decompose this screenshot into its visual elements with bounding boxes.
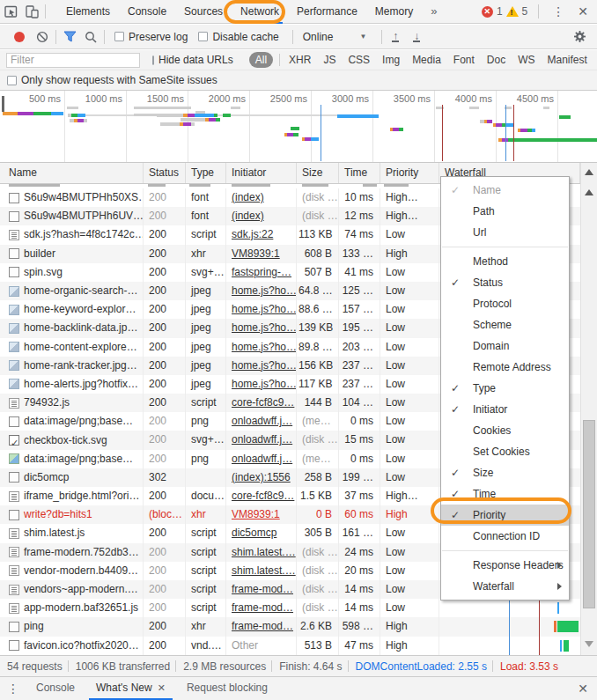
request-name-cell[interactable]: home-organic-search-…: [0, 282, 144, 300]
hide-data-urls-checkbox[interactable]: [152, 55, 154, 65]
table-scrollbar[interactable]: [580, 163, 597, 655]
import-har-icon[interactable]: ↑: [392, 32, 399, 42]
settings-gear-icon[interactable]: [569, 26, 590, 48]
filter-input[interactable]: [6, 53, 140, 68]
column-header-size[interactable]: Size: [297, 163, 339, 183]
request-name-cell[interactable]: checkbox-tick.svg: [0, 431, 144, 449]
menu-item-status[interactable]: ✓Status: [441, 272, 569, 293]
request-name-cell[interactable]: builder: [0, 245, 144, 263]
request-name-cell[interactable]: vendors~app-modern.…: [0, 580, 144, 599]
initiator-link[interactable]: home.js?ho…: [232, 303, 297, 315]
devtools-close-icon[interactable]: ✕: [574, 4, 597, 18]
request-name-cell[interactable]: iframe_bridge.html?ori…: [0, 487, 144, 505]
menu-item-size[interactable]: ✓Size: [441, 462, 569, 483]
initiator-link[interactable]: home.js?ho…: [232, 284, 297, 297]
menu-item-set-cookies[interactable]: Set Cookies: [441, 441, 569, 462]
drawer-close-icon[interactable]: ✕: [574, 682, 597, 696]
error-count[interactable]: 1: [497, 5, 503, 18]
request-name-cell[interactable]: 794932.js: [0, 394, 144, 412]
request-name-cell[interactable]: home-content-explore…: [0, 338, 144, 357]
menu-item-type[interactable]: ✓Type: [441, 378, 569, 399]
request-name-cell[interactable]: data:image/png;base…: [0, 450, 144, 468]
filter-type-xhr[interactable]: XHR: [283, 53, 317, 67]
filter-type-ws[interactable]: WS: [512, 53, 541, 67]
filter-type-manifest[interactable]: Manifest: [542, 53, 593, 67]
tab-memory[interactable]: Memory: [366, 0, 422, 24]
request-name-cell[interactable]: app-modern.baf32651.js: [0, 599, 144, 617]
request-name-cell[interactable]: S6u9w4BMUTPHh50XS…: [0, 188, 144, 207]
error-badge-icon[interactable]: ✕: [482, 6, 493, 18]
menu-item-remote-address[interactable]: Remote Address: [441, 357, 569, 378]
record-network-log-button[interactable]: [14, 32, 25, 42]
preserve-log-label[interactable]: Preserve log: [129, 31, 188, 43]
filter-type-media[interactable]: Media: [406, 53, 447, 67]
tab-performance[interactable]: Performance: [288, 0, 366, 24]
initiator-link[interactable]: (index):1556: [232, 471, 291, 483]
request-name-cell[interactable]: home-keyword-explor…: [0, 300, 144, 319]
request-name-cell[interactable]: data:image/png;base…: [0, 412, 144, 431]
request-name-cell[interactable]: vendor-modern.b4409…: [0, 562, 144, 580]
initiator-link[interactable]: core-fcf8c9…: [232, 490, 294, 502]
tab-[interactable]: »: [422, 0, 446, 24]
scrollbar-up-icon[interactable]: [585, 189, 593, 195]
filter-type-other[interactable]: Other: [593, 53, 597, 67]
chevron-down-icon[interactable]: ▼: [359, 33, 366, 41]
request-name-cell[interactable]: shim.latest.js: [0, 524, 144, 542]
initiator-link[interactable]: onloadwff.j…: [232, 433, 292, 446]
initiator-link[interactable]: (index): [232, 191, 264, 203]
menu-item-url[interactable]: Url: [441, 222, 569, 243]
devtools-menu-icon[interactable]: ⋮: [545, 4, 571, 18]
menu-item-protocol[interactable]: Protocol: [441, 293, 569, 314]
initiator-link[interactable]: onloadwff.j…: [232, 415, 292, 427]
disable-cache-label[interactable]: Disable cache: [212, 31, 278, 43]
drawer-tab-whatsnew[interactable]: What's New✕: [85, 677, 176, 700]
drawer-tab-console[interactable]: Console: [26, 677, 85, 700]
request-name-cell[interactable]: home-alerts.jpg?hotfix…: [0, 375, 144, 394]
scrollbar-down-icon[interactable]: [585, 641, 593, 647]
initiator-link[interactable]: core-fcf8c9…: [232, 396, 294, 409]
menu-item-connection-id[interactable]: Connection ID: [441, 526, 569, 547]
table-row[interactable]: ping200xhrframe-mod…2.6 KB598 …High: [0, 617, 580, 636]
menu-item-waterfall[interactable]: Waterfall: [441, 576, 569, 597]
initiator-link[interactable]: shim.latest.…: [232, 564, 296, 577]
menu-item-domain[interactable]: Domain: [441, 335, 569, 357]
drawer-menu-icon[interactable]: ⋮: [0, 682, 26, 696]
clear-icon[interactable]: [32, 26, 53, 48]
initiator-link[interactable]: dic5omcp: [232, 527, 276, 539]
menu-item-method[interactable]: Method: [441, 251, 569, 272]
column-header-priority[interactable]: Priority: [380, 163, 439, 183]
initiator-link[interactable]: frame-mod…: [232, 601, 293, 614]
column-header-time[interactable]: Time: [339, 163, 380, 183]
column-header-initiator[interactable]: Initiator: [226, 163, 297, 183]
request-name-cell[interactable]: frame-modern.752db3…: [0, 543, 144, 562]
disable-cache-checkbox[interactable]: [198, 32, 208, 41]
column-header-type[interactable]: Type: [186, 163, 226, 183]
request-name-cell[interactable]: write?db=hits1: [0, 505, 144, 524]
warning-count[interactable]: 5: [522, 5, 528, 18]
tab-console[interactable]: Console: [119, 0, 175, 24]
device-toolbar-icon[interactable]: [21, 0, 42, 23]
request-name-cell[interactable]: ping: [0, 617, 144, 636]
initiator-link[interactable]: home.js?ho…: [232, 321, 297, 334]
filter-type-css[interactable]: CSS: [342, 53, 376, 67]
menu-item-scheme[interactable]: Scheme: [441, 314, 569, 335]
filter-type-js[interactable]: JS: [317, 53, 342, 67]
throttling-select[interactable]: Online: [303, 31, 334, 43]
request-name-cell[interactable]: S6u9w4BMUTPHh6UV…: [0, 207, 144, 225]
initiator-link[interactable]: home.js?ho…: [232, 359, 297, 372]
filter-type-img[interactable]: Img: [376, 53, 406, 67]
export-har-icon[interactable]: ↓: [413, 32, 420, 42]
initiator-link[interactable]: home.js?ho…: [232, 378, 297, 390]
scrollbar-up-icon[interactable]: [585, 169, 593, 175]
request-name-cell[interactable]: favicon.ico?hotfix2020…: [0, 637, 144, 655]
filter-type-all[interactable]: All: [249, 52, 273, 68]
inspect-element-icon[interactable]: [0, 0, 21, 23]
samesite-checkbox[interactable]: [7, 76, 17, 85]
request-name-cell[interactable]: sdk.js?hash=4f8c1742c…: [0, 225, 144, 244]
initiator-link[interactable]: VM8939:1: [232, 247, 280, 260]
hide-data-urls-label[interactable]: Hide data URLs: [158, 54, 233, 66]
menu-item-cookies[interactable]: Cookies: [441, 420, 569, 441]
initiator-link[interactable]: frame-mod…: [232, 620, 293, 632]
preserve-log-checkbox[interactable]: [114, 32, 124, 41]
initiator-link[interactable]: (index): [232, 210, 264, 222]
